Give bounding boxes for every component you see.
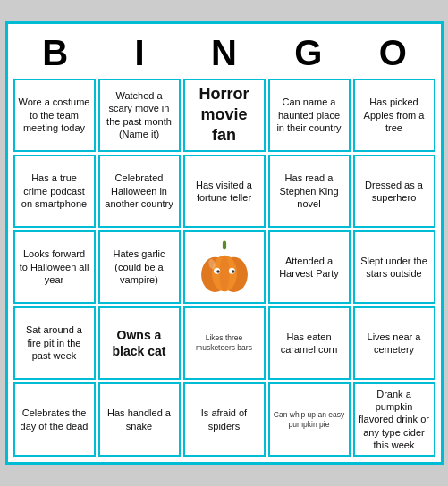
cell-r4c0[interactable]: Celebrates the day of the dead [13, 382, 96, 457]
cell-r3c0[interactable]: Sat around a fire pit in the past week [13, 306, 96, 380]
cell-r1c4[interactable]: Dressed as a superhero [353, 155, 435, 228]
svg-point-6 [216, 270, 220, 273]
cell-r4c4[interactable]: Drank a pumpkin flavored drink or any ty… [353, 382, 435, 457]
cell-r3c4[interactable]: Lives near a cemetery [353, 306, 435, 380]
bingo-header: B I N G O [13, 29, 435, 79]
letter-o: O [353, 33, 432, 73]
bingo-grid: Wore a costume to the team meeting today… [13, 79, 435, 457]
letter-b: B [16, 33, 95, 73]
cell-r2c2-pumpkin[interactable] [183, 230, 266, 304]
cell-r2c4[interactable]: Slept under the stars outside [353, 230, 435, 304]
cell-r2c1[interactable]: Hates garlic (could be a vampire) [98, 230, 181, 304]
cell-r1c1[interactable]: Celebrated Halloween in another country [98, 155, 181, 228]
cell-r0c1[interactable]: Watched a scary move in the past month (… [98, 79, 181, 152]
pumpkin-icon [193, 236, 256, 298]
cell-r4c2[interactable]: Is afraid of spiders [183, 382, 266, 457]
svg-rect-0 [222, 240, 225, 249]
cell-r0c4[interactable]: Has picked Apples from a tree [353, 79, 435, 152]
cell-r0c2[interactable]: Horror movie fan [183, 79, 266, 152]
cell-r4c1[interactable]: Has handled a snake [98, 382, 181, 457]
cell-r2c0[interactable]: Looks forward to Halloween all year [13, 230, 96, 304]
cell-r0c3[interactable]: Can name a haunted place in their countr… [268, 79, 351, 152]
letter-g: G [269, 33, 348, 73]
svg-point-4 [219, 256, 229, 292]
cell-r1c3[interactable]: Has read a Stephen King novel [268, 155, 351, 228]
letter-n: N [184, 33, 263, 73]
cell-r3c1[interactable]: Owns a black cat [98, 306, 181, 380]
letter-i: I [100, 33, 179, 73]
cell-r3c2[interactable]: Likes three musketeers bars [183, 306, 266, 380]
cell-r1c0[interactable]: Has a true crime podcast on smartphone [13, 155, 96, 228]
cell-r4c3[interactable]: Can whip up an easy pumpkin pie [268, 382, 351, 457]
svg-point-8 [232, 270, 235, 273]
cell-r2c3[interactable]: Attended a Harvest Party [268, 230, 351, 304]
cell-r3c3[interactable]: Has eaten caramel corn [268, 306, 351, 380]
bingo-card: B I N G O Wore a costume to the team mee… [5, 21, 444, 465]
cell-r0c0[interactable]: Wore a costume to the team meeting today [13, 79, 96, 152]
cell-r1c2[interactable]: Has visited a fortune teller [183, 155, 266, 228]
